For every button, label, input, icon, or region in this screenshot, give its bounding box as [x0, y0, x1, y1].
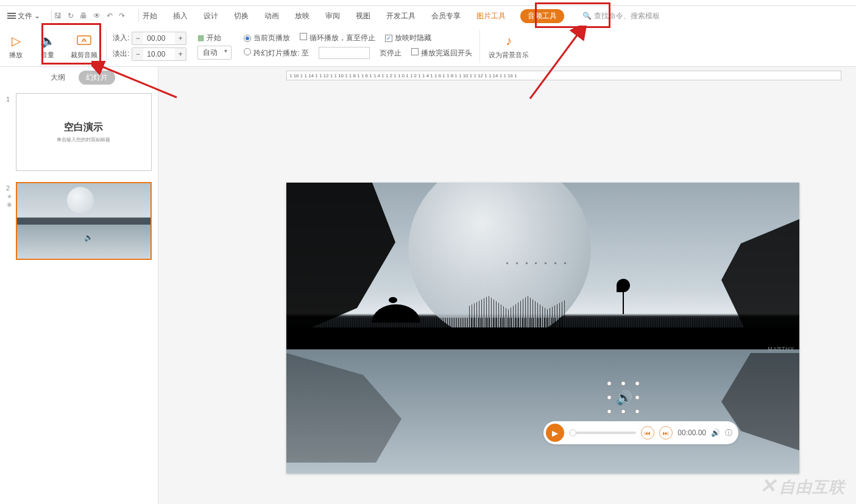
volume-icon: 🔈: [39, 32, 56, 49]
increment-button[interactable]: +: [175, 32, 186, 44]
search-placeholder: 查找命令、搜索模板: [594, 11, 660, 21]
chk-loop[interactable]: 循环播放，直至停止: [300, 33, 375, 43]
file-menu-label: 文件: [18, 11, 32, 21]
speaker-icon: 🔊: [84, 233, 93, 242]
checkbox-icon: [411, 48, 419, 55]
print-icon[interactable]: 🖶: [80, 12, 87, 20]
slide-thumbnail-2[interactable]: 🔊: [16, 182, 152, 260]
seek-track[interactable]: [569, 432, 636, 434]
search-icon: 🔍: [582, 12, 592, 20]
chk-hide[interactable]: 放映时隐藏: [385, 33, 431, 43]
divider: [51, 10, 52, 22]
page-stop-input[interactable]: [319, 47, 370, 59]
tab-view[interactable]: 视图: [355, 9, 372, 24]
tab-insert[interactable]: 插入: [172, 9, 189, 24]
moon-graphic: [67, 187, 94, 214]
flamingo-graphic: [610, 279, 635, 315]
slide[interactable]: ˅ ˅ ˅ ˅ ˅ ˅ ˅ MARTHY 🔊: [286, 183, 799, 474]
workspace: 大纲 幻灯片 1 空白演示 单击输入您的封面副标题 2 ★ ◉ 🔊: [0, 67, 856, 504]
prev-button[interactable]: ⏮: [641, 426, 654, 439]
title-bar: [0, 0, 856, 6]
tab-transition[interactable]: 切换: [233, 9, 250, 24]
tab-vip[interactable]: 会员专享: [430, 9, 462, 24]
tab-picture-tools[interactable]: 图片工具: [475, 9, 507, 24]
volume-label: 音量: [41, 51, 54, 60]
svg-line-2: [100, 66, 177, 97]
quick-access: 🖫 ↻ 🖶 👁 ↶ ↷: [54, 12, 125, 20]
audio-player: ▶ ⏮ ⏭ 00:00.00 🔊 ⓘ: [543, 421, 738, 444]
annotation-arrow-left: [91, 61, 183, 103]
play-group[interactable]: ▷ 播放: [0, 26, 32, 66]
checkbox-icon: [385, 35, 392, 42]
outline-tab-outline[interactable]: 大纲: [43, 71, 73, 85]
tab-animation[interactable]: 动画: [263, 9, 280, 24]
slide-number: 2: [6, 182, 12, 192]
tab-slideshow[interactable]: 放映: [294, 9, 311, 24]
redo-icon[interactable]: ↷: [119, 12, 125, 20]
start-label: 开始: [207, 33, 221, 43]
trim-audio-group[interactable]: 裁剪音频: [63, 26, 105, 66]
decrement-button[interactable]: −: [132, 48, 143, 60]
fade-in-spinner[interactable]: − 00.00 +: [132, 32, 186, 45]
fade-group: 淡入: − 00.00 + 淡出: − 10.00 +: [108, 26, 191, 66]
annotation-arrow-right: [524, 26, 597, 105]
trim-audio-label: 裁剪音频: [71, 51, 97, 60]
resize-handle[interactable]: [607, 395, 612, 400]
preview-icon[interactable]: 👁: [93, 12, 101, 20]
volume-group[interactable]: 🔈 音量: [32, 26, 63, 66]
shoreline-graphic: [286, 327, 799, 349]
file-menu[interactable]: 文件 ⌄: [4, 9, 44, 23]
fade-in-value: 00.00: [143, 33, 175, 44]
ribbon-tabs: 开始 插入 设计 切换 动画 放映 审阅 视图 开发工具 会员专享 图片工具 音…: [141, 9, 564, 24]
chk-rewind[interactable]: 播放完返回开头: [411, 48, 472, 58]
play-button[interactable]: ▶: [546, 424, 564, 442]
fade-in-label: 淡入:: [113, 33, 129, 43]
music-note-icon: ♪: [500, 32, 517, 49]
decrement-button[interactable]: −: [132, 32, 143, 44]
birds-graphic: ˅ ˅ ˅ ˅ ˅ ˅ ˅: [506, 262, 569, 268]
tab-review[interactable]: 审阅: [324, 9, 341, 24]
resize-handle[interactable]: [635, 395, 640, 400]
opt-cross-slide[interactable]: 跨幻灯片播放: 至: [244, 48, 309, 58]
play-label: 播放: [9, 51, 23, 60]
reflection-left-graphic: [286, 353, 414, 463]
page-stop-label: 页停止: [380, 48, 401, 58]
resize-handle[interactable]: [607, 381, 612, 386]
tab-design[interactable]: 设计: [202, 9, 219, 24]
tab-audio-tools[interactable]: 音频工具: [520, 9, 564, 23]
slide-thumbnail-1[interactable]: 空白演示 单击输入您的封面副标题: [16, 93, 152, 171]
info-icon[interactable]: ⓘ: [725, 428, 732, 438]
play-icon: ▷: [7, 32, 24, 49]
audio-object-selected[interactable]: 🔊: [609, 383, 637, 411]
save-icon[interactable]: 🖫: [54, 12, 62, 20]
resize-handle[interactable]: [607, 409, 612, 414]
volume-icon[interactable]: 🔊: [711, 429, 720, 437]
tab-home[interactable]: 开始: [141, 9, 158, 24]
opt-current-page[interactable]: 当前页播放: [244, 33, 290, 43]
resize-handle[interactable]: [621, 409, 626, 414]
divider: [138, 10, 139, 22]
refresh-icon[interactable]: ↻: [68, 12, 74, 20]
separator: [479, 29, 480, 63]
speaker-icon: 🔊: [616, 390, 632, 406]
start-mode-select[interactable]: 自动: [197, 46, 232, 60]
resize-handle[interactable]: [621, 381, 626, 386]
radio-icon: [244, 48, 251, 55]
seek-knob[interactable]: [569, 429, 576, 436]
command-search[interactable]: 🔍 查找命令、搜索模板: [582, 11, 660, 21]
resize-handle[interactable]: [635, 409, 640, 414]
radio-icon: [244, 35, 251, 42]
thumb-title: 空白演示: [64, 121, 103, 134]
fade-out-spinner[interactable]: − 10.00 +: [132, 47, 186, 61]
trim-audio-icon: [76, 32, 93, 49]
checkbox-icon: [300, 33, 307, 40]
tab-devtools[interactable]: 开发工具: [385, 9, 417, 24]
thumbnail-row: 2 ★ ◉ 🔊: [6, 182, 152, 260]
separator: [106, 29, 107, 63]
resize-handle[interactable]: [635, 381, 640, 386]
increment-button[interactable]: +: [175, 48, 186, 60]
page-watermark: ✕自由互联: [760, 474, 845, 498]
hamburger-icon: [7, 12, 16, 20]
undo-icon[interactable]: ↶: [107, 12, 113, 20]
next-button[interactable]: ⏭: [659, 426, 673, 439]
